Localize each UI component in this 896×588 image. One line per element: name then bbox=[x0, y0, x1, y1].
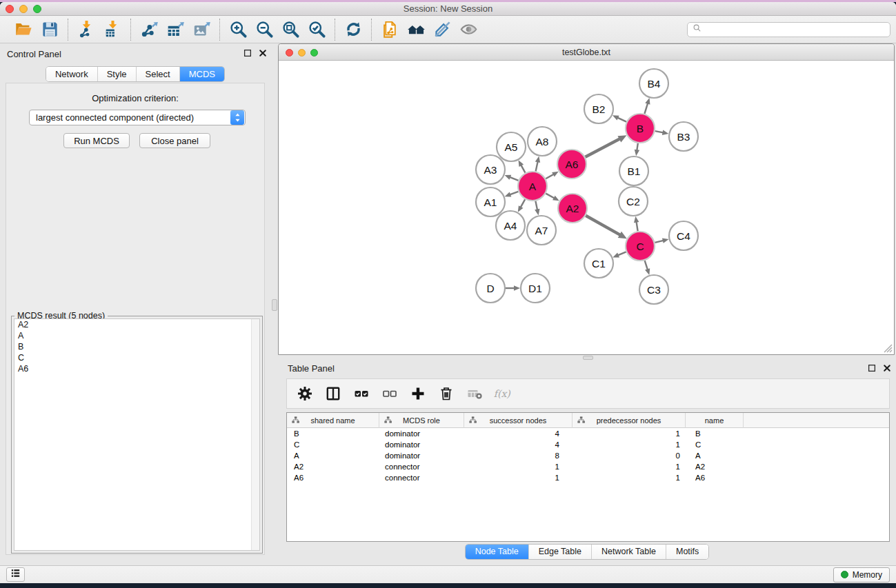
tab-mcds[interactable]: MCDS bbox=[179, 67, 224, 81]
columns-icon[interactable] bbox=[323, 384, 343, 403]
save-session-icon[interactable] bbox=[39, 19, 61, 41]
mcds-result-item[interactable]: C bbox=[14, 352, 259, 363]
export-table-icon[interactable] bbox=[164, 19, 186, 41]
tab-node-table[interactable]: Node Table bbox=[466, 545, 528, 559]
graph-edge-C-C4[interactable] bbox=[655, 241, 663, 243]
graph-edge-A-A2[interactable] bbox=[546, 194, 554, 199]
graph-edge-A-A6[interactable] bbox=[546, 174, 554, 179]
network-minimize-button[interactable] bbox=[298, 49, 306, 57]
graph-edge-A2-C[interactable] bbox=[586, 216, 620, 235]
column-header-label: shared name bbox=[310, 416, 355, 425]
table-row[interactable]: Bdominator41B bbox=[287, 428, 889, 439]
criterion-dropdown[interactable]: largest connected component (directed) bbox=[29, 110, 246, 125]
tab-network[interactable]: Network bbox=[46, 67, 97, 81]
graph-edge-A-A1[interactable] bbox=[510, 192, 518, 195]
tab-style[interactable]: Style bbox=[97, 67, 136, 81]
tab-network-table[interactable]: Network Table bbox=[591, 545, 666, 559]
task-history-button[interactable] bbox=[6, 567, 25, 582]
graph-edge-B-B2[interactable] bbox=[617, 118, 626, 122]
search-box[interactable] bbox=[687, 22, 890, 37]
export-network-icon[interactable] bbox=[138, 19, 160, 41]
hide-graphics-icon[interactable] bbox=[431, 19, 453, 41]
run-mcds-button[interactable]: Run MCDS bbox=[63, 133, 130, 148]
add-column-icon[interactable] bbox=[408, 384, 428, 403]
close-panel-icon[interactable] bbox=[882, 363, 892, 373]
graph-edge-A-A7[interactable] bbox=[535, 201, 537, 210]
column-header-shared-name[interactable]: shared name bbox=[287, 413, 379, 428]
graph-edge-arrowhead bbox=[635, 150, 639, 156]
graph-edge-C-C1[interactable] bbox=[618, 252, 626, 255]
zoom-selected-icon[interactable] bbox=[306, 19, 328, 41]
table-cell: B bbox=[287, 428, 379, 439]
zoom-fit-icon[interactable] bbox=[279, 19, 301, 41]
clear-selection-icon[interactable] bbox=[380, 384, 399, 403]
refresh-icon[interactable] bbox=[342, 19, 364, 41]
export-image-icon[interactable] bbox=[190, 19, 212, 41]
graph-edge-A6-B[interactable] bbox=[585, 139, 619, 156]
window-titlebar[interactable]: Session: New Session bbox=[0, 2, 896, 16]
float-panel-icon[interactable] bbox=[867, 363, 877, 373]
mcds-result-list[interactable]: A2ABCA6 bbox=[14, 318, 260, 551]
traffic-lights bbox=[6, 5, 41, 13]
mcds-result-item[interactable]: A bbox=[14, 330, 259, 341]
graph-edge-A-A5[interactable] bbox=[521, 165, 525, 172]
gear-icon[interactable] bbox=[295, 384, 315, 403]
graph-edge-A-A4[interactable] bbox=[521, 199, 526, 207]
column-header-successor-nodes[interactable]: successor nodes bbox=[464, 413, 573, 428]
vertical-splitter-grip[interactable] bbox=[272, 299, 277, 311]
column-header-name[interactable]: name bbox=[686, 413, 744, 428]
table-row[interactable]: A6connector11A6 bbox=[287, 472, 889, 483]
zoom-out-icon[interactable] bbox=[253, 19, 275, 41]
network-window-titlebar[interactable]: testGlobe.txt bbox=[279, 44, 894, 61]
graph-edge-A-A3[interactable] bbox=[510, 177, 519, 181]
eye-icon[interactable] bbox=[457, 19, 479, 41]
table-cell: A2 bbox=[287, 461, 379, 472]
network-close-button[interactable] bbox=[286, 49, 293, 57]
graph-edge-C-C2[interactable] bbox=[637, 222, 638, 232]
graph-node-label: C3 bbox=[647, 284, 661, 296]
table-cell: connector bbox=[379, 461, 464, 472]
graph-edge-B-B3[interactable] bbox=[655, 131, 664, 132]
window-resize-grip[interactable] bbox=[882, 342, 893, 353]
network-zoom-button[interactable] bbox=[310, 49, 318, 57]
column-header-MCDS-role[interactable]: MCDS role bbox=[379, 413, 464, 428]
tab-motifs[interactable]: Motifs bbox=[666, 545, 708, 559]
open-session-icon[interactable] bbox=[379, 19, 401, 41]
table-row[interactable]: A2connector11A2 bbox=[287, 461, 889, 472]
import-network-icon[interactable] bbox=[75, 19, 97, 41]
table-row[interactable]: Adominator80A bbox=[287, 450, 889, 461]
select-all-icon[interactable] bbox=[352, 384, 371, 403]
table-cell: C bbox=[287, 439, 379, 450]
graph-node-label: D bbox=[486, 283, 494, 294]
mcds-result-item[interactable]: A2 bbox=[14, 319, 259, 330]
graph-node-label: C4 bbox=[677, 230, 690, 242]
graph-edge-C-C3[interactable] bbox=[645, 261, 648, 270]
close-panel-button[interactable]: Close panel bbox=[139, 133, 210, 148]
import-table-icon[interactable] bbox=[101, 19, 123, 41]
graph-edge-B-B4[interactable] bbox=[644, 103, 648, 114]
zoom-window-button[interactable] bbox=[33, 5, 41, 13]
float-panel-icon[interactable] bbox=[243, 48, 252, 58]
result-list-scrollbar[interactable] bbox=[251, 319, 259, 550]
network-canvas[interactable]: B4B2BB3A8A5A6A3B1AC2A1A2A4A7C4CC1C3DD1 bbox=[279, 61, 894, 354]
tab-edge-table[interactable]: Edge Table bbox=[528, 545, 591, 559]
graph-edge-B-B1[interactable] bbox=[637, 143, 638, 151]
open-file-icon[interactable] bbox=[12, 19, 34, 41]
mcds-result-item[interactable]: B bbox=[14, 341, 259, 352]
graph-edge-arrowhead bbox=[505, 192, 512, 197]
zoom-in-icon[interactable] bbox=[227, 19, 249, 41]
graph-edge-A-A8[interactable] bbox=[536, 161, 538, 171]
delete-column-icon[interactable] bbox=[437, 384, 456, 403]
close-panel-icon[interactable] bbox=[258, 48, 268, 58]
table-row[interactable]: Cdominator41C bbox=[287, 439, 889, 450]
minimize-window-button[interactable] bbox=[19, 5, 28, 13]
column-header-predecessor-nodes[interactable]: predecessor nodes bbox=[573, 413, 686, 428]
table-header-row: shared nameMCDS rolesuccessor nodesprede… bbox=[287, 413, 889, 428]
memory-button[interactable]: Memory bbox=[833, 567, 890, 582]
home-icon[interactable] bbox=[405, 19, 427, 41]
search-input[interactable] bbox=[705, 25, 886, 34]
tab-select[interactable]: Select bbox=[136, 67, 179, 81]
mcds-result-item[interactable]: A6 bbox=[14, 363, 259, 374]
close-window-button[interactable] bbox=[6, 5, 14, 13]
graph-node-label: D1 bbox=[528, 283, 542, 294]
